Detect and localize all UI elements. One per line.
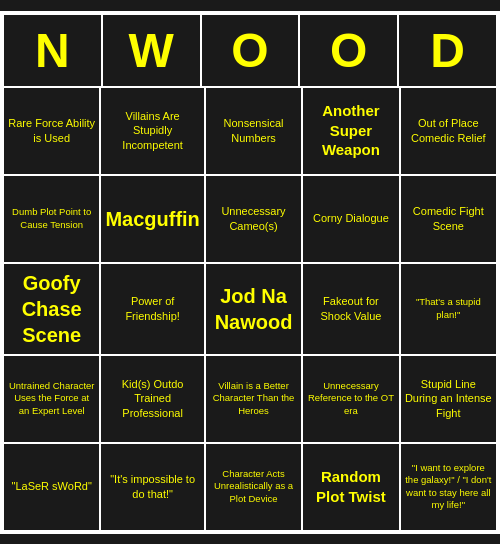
bingo-cell-13[interactable]: Fakeout for Shock Value — [302, 263, 399, 355]
bingo-cell-7[interactable]: Unnecessary Cameo(s) — [205, 175, 302, 263]
bingo-grid: Rare Force Ability is UsedVillains Are S… — [3, 87, 497, 531]
bingo-cell-15[interactable]: Untrained Character Uses the Force at an… — [3, 355, 100, 443]
bingo-cell-22[interactable]: Character Acts Unrealistically as a Plot… — [205, 443, 302, 531]
bingo-cell-3[interactable]: Another Super Weapon — [302, 87, 399, 175]
bingo-cell-5[interactable]: Dumb Plot Point to Cause Tension — [3, 175, 100, 263]
bingo-cell-12[interactable]: Jod Na Nawood — [205, 263, 302, 355]
bingo-cell-8[interactable]: Corny Dialogue — [302, 175, 399, 263]
header-letter-d: D — [398, 14, 497, 87]
bingo-cell-17[interactable]: Villain is a Better Character Than the H… — [205, 355, 302, 443]
bingo-cell-11[interactable]: Power of Friendship! — [100, 263, 204, 355]
header-letter-n: N — [3, 14, 102, 87]
bingo-cell-19[interactable]: Stupid Line During an Intense Fight — [400, 355, 497, 443]
bingo-cell-18[interactable]: Unnecessary Reference to the OT era — [302, 355, 399, 443]
header-letter-w: W — [102, 14, 201, 87]
bingo-cell-23[interactable]: Random Plot Twist — [302, 443, 399, 531]
bingo-cell-6[interactable]: Macguffin — [100, 175, 204, 263]
bingo-cell-24[interactable]: "I want to explore the galaxy!" / "I don… — [400, 443, 497, 531]
bingo-cell-20[interactable]: "LaSeR sWoRd" — [3, 443, 100, 531]
bingo-cell-14[interactable]: "That's a stupid plan!" — [400, 263, 497, 355]
bingo-header: NWOOD — [3, 14, 497, 87]
bingo-cell-10[interactable]: Goofy Chase Scene — [3, 263, 100, 355]
bingo-cell-16[interactable]: Kid(s) Outdo Trained Professional — [100, 355, 204, 443]
bingo-cell-4[interactable]: Out of Place Comedic Relief — [400, 87, 497, 175]
bingo-cell-0[interactable]: Rare Force Ability is Used — [3, 87, 100, 175]
bingo-cell-21[interactable]: "It's impossible to do that!" — [100, 443, 204, 531]
bingo-cell-9[interactable]: Comedic Fight Scene — [400, 175, 497, 263]
bingo-card: NWOOD Rare Force Ability is UsedVillains… — [0, 11, 500, 534]
bingo-cell-2[interactable]: Nonsensical Numbers — [205, 87, 302, 175]
header-letter-o: O — [299, 14, 398, 87]
header-letter-o: O — [201, 14, 300, 87]
bingo-cell-1[interactable]: Villains Are Stupidly Incompetent — [100, 87, 204, 175]
